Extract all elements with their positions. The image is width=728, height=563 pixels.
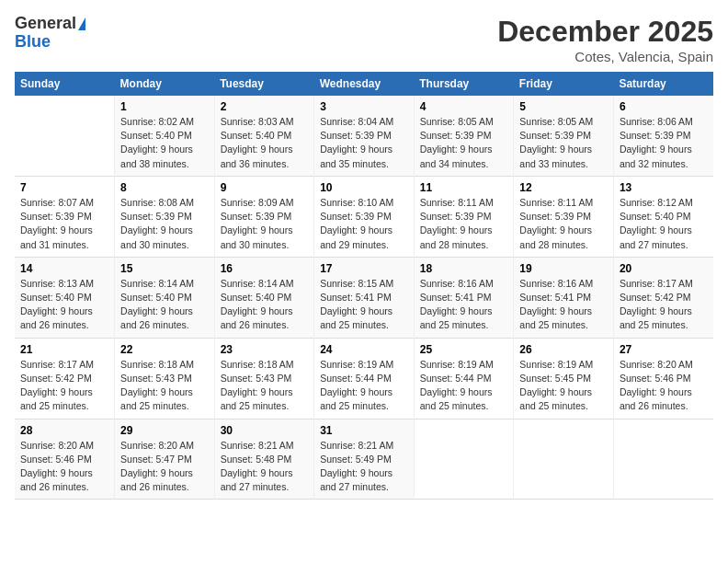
day-content: Sunrise: 8:18 AM Sunset: 5:43 PM Dayligh… (120, 358, 209, 414)
week-row-1: 1Sunrise: 8:02 AM Sunset: 5:40 PM Daylig… (15, 96, 713, 176)
calendar-cell: 24Sunrise: 8:19 AM Sunset: 5:44 PM Dayli… (314, 338, 415, 419)
day-number: 15 (120, 262, 209, 275)
calendar-cell: 23Sunrise: 8:18 AM Sunset: 5:43 PM Dayli… (214, 338, 314, 419)
day-content: Sunrise: 8:02 AM Sunset: 5:40 PM Dayligh… (120, 115, 209, 171)
day-number: 6 (620, 100, 708, 113)
day-content: Sunrise: 8:07 AM Sunset: 5:39 PM Dayligh… (20, 196, 108, 252)
calendar-cell: 18Sunrise: 8:16 AM Sunset: 5:41 PM Dayli… (414, 257, 514, 338)
day-number: 5 (519, 100, 608, 113)
calendar-cell (613, 419, 713, 500)
calendar-cell: 13Sunrise: 8:12 AM Sunset: 5:40 PM Dayli… (613, 176, 713, 257)
calendar-table: SundayMondayTuesdayWednesdayThursdayFrid… (15, 72, 713, 500)
calendar-cell: 21Sunrise: 8:17 AM Sunset: 5:42 PM Dayli… (15, 338, 115, 419)
calendar-cell: 3Sunrise: 8:04 AM Sunset: 5:39 PM Daylig… (314, 96, 415, 176)
day-number: 22 (120, 343, 209, 356)
day-content: Sunrise: 8:06 AM Sunset: 5:39 PM Dayligh… (620, 115, 708, 171)
calendar-title: December 2025 (497, 15, 713, 49)
day-number: 26 (519, 343, 608, 356)
calendar-cell: 7Sunrise: 8:07 AM Sunset: 5:39 PM Daylig… (15, 176, 115, 257)
day-content: Sunrise: 8:20 AM Sunset: 5:47 PM Dayligh… (120, 439, 209, 495)
calendar-cell: 19Sunrise: 8:16 AM Sunset: 5:41 PM Dayli… (514, 257, 614, 338)
calendar-cell (514, 419, 614, 500)
day-number: 7 (20, 181, 108, 194)
day-content: Sunrise: 8:21 AM Sunset: 5:49 PM Dayligh… (320, 439, 408, 495)
day-content: Sunrise: 8:16 AM Sunset: 5:41 PM Dayligh… (519, 277, 608, 333)
day-number: 30 (221, 424, 309, 437)
calendar-cell: 4Sunrise: 8:05 AM Sunset: 5:39 PM Daylig… (414, 96, 514, 176)
day-number: 19 (519, 262, 608, 275)
calendar-cell: 31Sunrise: 8:21 AM Sunset: 5:49 PM Dayli… (314, 419, 415, 500)
day-number: 11 (420, 181, 508, 194)
day-content: Sunrise: 8:14 AM Sunset: 5:40 PM Dayligh… (120, 277, 209, 333)
week-row-5: 28Sunrise: 8:20 AM Sunset: 5:46 PM Dayli… (15, 419, 713, 500)
calendar-cell: 20Sunrise: 8:17 AM Sunset: 5:42 PM Dayli… (613, 257, 713, 338)
day-content: Sunrise: 8:11 AM Sunset: 5:39 PM Dayligh… (420, 196, 508, 252)
calendar-cell: 8Sunrise: 8:08 AM Sunset: 5:39 PM Daylig… (115, 176, 215, 257)
calendar-cell: 11Sunrise: 8:11 AM Sunset: 5:39 PM Dayli… (414, 176, 514, 257)
day-content: Sunrise: 8:19 AM Sunset: 5:45 PM Dayligh… (519, 358, 608, 414)
week-row-3: 14Sunrise: 8:13 AM Sunset: 5:40 PM Dayli… (15, 257, 713, 338)
header-friday: Friday (514, 72, 614, 96)
day-content: Sunrise: 8:17 AM Sunset: 5:42 PM Dayligh… (20, 358, 108, 414)
day-content: Sunrise: 8:20 AM Sunset: 5:46 PM Dayligh… (20, 439, 108, 495)
day-number: 9 (221, 181, 309, 194)
day-content: Sunrise: 8:04 AM Sunset: 5:39 PM Dayligh… (320, 115, 408, 171)
header-tuesday: Tuesday (214, 72, 314, 96)
calendar-cell: 29Sunrise: 8:20 AM Sunset: 5:47 PM Dayli… (115, 419, 215, 500)
day-number: 31 (320, 424, 408, 437)
title-block: December 2025 Cotes, Valencia, Spain (497, 15, 713, 64)
header-wednesday: Wednesday (314, 72, 415, 96)
calendar-cell: 26Sunrise: 8:19 AM Sunset: 5:45 PM Dayli… (514, 338, 614, 419)
day-number: 17 (320, 262, 408, 275)
calendar-cell: 22Sunrise: 8:18 AM Sunset: 5:43 PM Dayli… (115, 338, 215, 419)
day-number: 14 (20, 262, 108, 275)
header-saturday: Saturday (613, 72, 713, 96)
calendar-cell: 1Sunrise: 8:02 AM Sunset: 5:40 PM Daylig… (115, 96, 215, 176)
calendar-cell: 28Sunrise: 8:20 AM Sunset: 5:46 PM Dayli… (15, 419, 115, 500)
week-row-2: 7Sunrise: 8:07 AM Sunset: 5:39 PM Daylig… (15, 176, 713, 257)
calendar-cell: 15Sunrise: 8:14 AM Sunset: 5:40 PM Dayli… (115, 257, 215, 338)
day-number: 1 (120, 100, 209, 113)
day-content: Sunrise: 8:21 AM Sunset: 5:48 PM Dayligh… (221, 439, 309, 495)
day-content: Sunrise: 8:16 AM Sunset: 5:41 PM Dayligh… (420, 277, 508, 333)
calendar-cell: 14Sunrise: 8:13 AM Sunset: 5:40 PM Dayli… (15, 257, 115, 338)
day-content: Sunrise: 8:10 AM Sunset: 5:39 PM Dayligh… (320, 196, 408, 252)
day-number: 18 (420, 262, 508, 275)
day-number: 10 (320, 181, 408, 194)
day-number: 23 (221, 343, 309, 356)
logo-general-text: General (15, 15, 76, 33)
day-content: Sunrise: 8:15 AM Sunset: 5:41 PM Dayligh… (320, 277, 408, 333)
week-row-4: 21Sunrise: 8:17 AM Sunset: 5:42 PM Dayli… (15, 338, 713, 419)
day-content: Sunrise: 8:03 AM Sunset: 5:40 PM Dayligh… (221, 115, 309, 171)
calendar-cell: 6Sunrise: 8:06 AM Sunset: 5:39 PM Daylig… (613, 96, 713, 176)
day-content: Sunrise: 8:05 AM Sunset: 5:39 PM Dayligh… (519, 115, 608, 171)
day-content: Sunrise: 8:18 AM Sunset: 5:43 PM Dayligh… (221, 358, 309, 414)
day-number: 8 (120, 181, 209, 194)
calendar-cell: 16Sunrise: 8:14 AM Sunset: 5:40 PM Dayli… (214, 257, 314, 338)
calendar-cell: 30Sunrise: 8:21 AM Sunset: 5:48 PM Dayli… (214, 419, 314, 500)
day-number: 16 (221, 262, 309, 275)
day-content: Sunrise: 8:13 AM Sunset: 5:40 PM Dayligh… (20, 277, 108, 333)
calendar-cell: 25Sunrise: 8:19 AM Sunset: 5:44 PM Dayli… (414, 338, 514, 419)
calendar-cell: 27Sunrise: 8:20 AM Sunset: 5:46 PM Dayli… (613, 338, 713, 419)
header-monday: Monday (115, 72, 215, 96)
day-number: 28 (20, 424, 108, 437)
day-content: Sunrise: 8:08 AM Sunset: 5:39 PM Dayligh… (120, 196, 209, 252)
calendar-cell: 2Sunrise: 8:03 AM Sunset: 5:40 PM Daylig… (214, 96, 314, 176)
header-thursday: Thursday (414, 72, 514, 96)
day-content: Sunrise: 8:14 AM Sunset: 5:40 PM Dayligh… (221, 277, 309, 333)
day-number: 27 (620, 343, 708, 356)
logo: General Blue (15, 15, 85, 52)
day-content: Sunrise: 8:12 AM Sunset: 5:40 PM Dayligh… (620, 196, 708, 252)
day-number: 3 (320, 100, 408, 113)
day-content: Sunrise: 8:19 AM Sunset: 5:44 PM Dayligh… (420, 358, 508, 414)
day-content: Sunrise: 8:19 AM Sunset: 5:44 PM Dayligh… (320, 358, 408, 414)
day-content: Sunrise: 8:09 AM Sunset: 5:39 PM Dayligh… (221, 196, 309, 252)
day-number: 20 (620, 262, 708, 275)
calendar-subtitle: Cotes, Valencia, Spain (497, 49, 713, 64)
calendar-cell (414, 419, 514, 500)
calendar-cell: 9Sunrise: 8:09 AM Sunset: 5:39 PM Daylig… (214, 176, 314, 257)
logo-blue-text: Blue (15, 33, 51, 52)
header-sunday: Sunday (15, 72, 115, 96)
page-header: General Blue December 2025 Cotes, Valenc… (15, 15, 713, 64)
